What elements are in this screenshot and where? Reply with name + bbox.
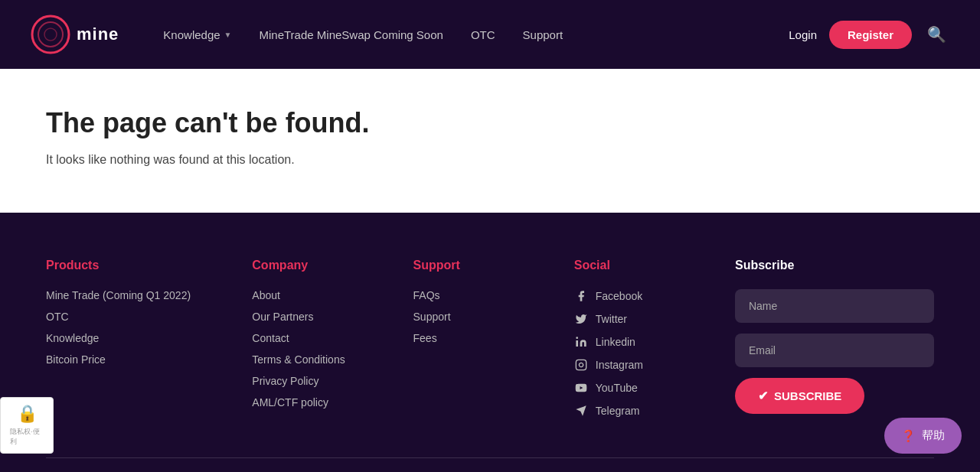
footer-products-col: Products Mine Trade (Coming Q1 2022) OTC… bbox=[46, 259, 191, 427]
footer-support-col: Support FAQs Support Fees bbox=[413, 259, 513, 427]
svg-point-2 bbox=[44, 28, 57, 41]
footer-social-title: Social bbox=[574, 259, 674, 272]
footer-link-terms[interactable]: Terms & Conditions bbox=[252, 353, 351, 366]
help-icon: ❓ bbox=[901, 429, 916, 443]
footer-link-privacy[interactable]: Privacy Policy bbox=[252, 375, 351, 387]
footer-link-youtube[interactable]: YouTube bbox=[574, 381, 674, 395]
footer-link-otc[interactable]: OTC bbox=[46, 311, 191, 323]
footer-company-col: Company About Our Partners Contact Terms… bbox=[252, 259, 351, 427]
youtube-icon bbox=[574, 381, 588, 395]
footer-subscribe-title: Subscribe bbox=[735, 259, 934, 272]
footer-link-linkedin[interactable]: Linkedin bbox=[574, 335, 674, 349]
footer-link-instagram[interactable]: Instagram bbox=[574, 358, 674, 372]
linkedin-icon bbox=[574, 335, 588, 349]
nav-knowledge[interactable]: Knowledge ▼ bbox=[149, 28, 245, 41]
subscribe-name-input[interactable] bbox=[735, 289, 934, 323]
main-nav: Knowledge ▼ MineTrade MineSwap Coming So… bbox=[149, 28, 789, 41]
recaptcha-label: 隐私权·便利 bbox=[10, 427, 44, 447]
footer-products-title: Products bbox=[46, 259, 191, 272]
footer-link-support[interactable]: Support bbox=[413, 311, 513, 323]
footer-link-telegram[interactable]: Telegram bbox=[574, 404, 674, 418]
footer-link-knowledge[interactable]: Knowledge bbox=[46, 332, 191, 344]
footer: Products Mine Trade (Coming Q1 2022) OTC… bbox=[0, 213, 980, 472]
not-found-section: The page can't be found. It looks like n… bbox=[0, 69, 980, 213]
footer-link-contact[interactable]: Contact bbox=[252, 332, 351, 344]
footer-bottom: Proud Members of bbox=[46, 457, 934, 472]
nav-support[interactable]: Support bbox=[509, 28, 577, 41]
footer-link-bitcoin-price[interactable]: Bitcoin Price bbox=[46, 353, 191, 366]
subscribe-button[interactable]: ✔ SUBSCRIBE bbox=[735, 378, 864, 414]
nav-minetrade[interactable]: MineTrade MineSwap Coming Soon bbox=[246, 28, 457, 41]
footer-company-title: Company bbox=[252, 259, 351, 272]
check-icon: ✔ bbox=[758, 389, 768, 403]
recaptcha-badge: 🔒 隐私权·便利 bbox=[0, 397, 54, 454]
footer-social-col: Social Facebook Twitter Linkedin bbox=[574, 259, 674, 427]
footer-columns: Products Mine Trade (Coming Q1 2022) OTC… bbox=[46, 259, 934, 457]
svg-point-3 bbox=[576, 337, 578, 339]
telegram-icon bbox=[574, 404, 588, 418]
footer-link-aml[interactable]: AML/CTF policy bbox=[252, 396, 351, 409]
not-found-title: The page can't be found. bbox=[46, 107, 934, 139]
recaptcha-icon: 🔒 bbox=[17, 404, 38, 424]
register-button[interactable]: Register bbox=[829, 21, 912, 49]
svg-point-1 bbox=[38, 22, 63, 47]
twitter-icon bbox=[574, 312, 588, 326]
logo-text: mine bbox=[77, 24, 119, 44]
not-found-subtitle: It looks like nothing was found at this … bbox=[46, 153, 934, 167]
footer-subscribe-col: Subscribe ✔ SUBSCRIBE bbox=[735, 259, 934, 427]
footer-link-mine-trade[interactable]: Mine Trade (Coming Q1 2022) bbox=[46, 289, 191, 301]
login-button[interactable]: Login bbox=[789, 28, 817, 41]
header-actions: Login Register 🔍 bbox=[789, 21, 949, 49]
footer-link-faqs[interactable]: FAQs bbox=[413, 289, 513, 301]
footer-link-about[interactable]: About bbox=[252, 289, 351, 301]
instagram-icon bbox=[574, 358, 588, 372]
nav-otc[interactable]: OTC bbox=[457, 28, 509, 41]
chevron-down-icon: ▼ bbox=[224, 31, 232, 39]
search-icon[interactable]: 🔍 bbox=[924, 22, 949, 47]
footer-link-facebook[interactable]: Facebook bbox=[574, 289, 674, 303]
header: mine Knowledge ▼ MineTrade MineSwap Comi… bbox=[0, 0, 980, 69]
help-button[interactable]: ❓ 帮助 bbox=[884, 418, 962, 454]
facebook-icon bbox=[574, 289, 588, 303]
subscribe-email-input[interactable] bbox=[735, 334, 934, 367]
footer-link-twitter[interactable]: Twitter bbox=[574, 312, 674, 326]
footer-link-partners[interactable]: Our Partners bbox=[252, 311, 351, 323]
logo[interactable]: mine bbox=[31, 15, 119, 54]
footer-support-title: Support bbox=[413, 259, 513, 272]
svg-rect-4 bbox=[576, 360, 586, 369]
footer-link-fees[interactable]: Fees bbox=[413, 332, 513, 344]
